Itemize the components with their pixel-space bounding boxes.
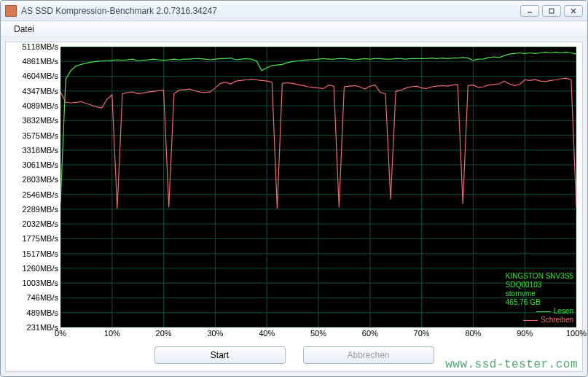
start-button[interactable]: Start (154, 346, 286, 364)
x-tick-label: 10% (104, 329, 120, 338)
x-tick-label: 0% (55, 329, 66, 338)
plot-area: KINGSTON SNV3S5 SDQ00103 stornvme 465,76… (60, 47, 576, 327)
x-tick-label: 70% (414, 329, 430, 338)
x-tick-label: 20% (156, 329, 172, 338)
y-tick-label: 231MB/s (27, 323, 58, 332)
x-tick-label: 90% (517, 329, 533, 338)
y-tick-label: 1517MB/s (22, 249, 58, 258)
menubar: Datei (1, 21, 587, 37)
client-area: KINGSTON SNV3S5 SDQ00103 stornvme 465,76… (5, 42, 583, 372)
app-icon (5, 5, 17, 17)
y-tick-label: 4347MB/s (22, 87, 58, 96)
y-tick-label: 489MB/s (27, 308, 58, 317)
x-tick-label: 50% (310, 329, 326, 338)
cancel-button[interactable]: Abbrechen (303, 346, 434, 364)
minimize-button[interactable] (520, 5, 539, 17)
y-tick-label: 2546MB/s (22, 190, 58, 199)
x-tick-label: 100% (566, 329, 587, 338)
x-tick-label: 60% (362, 329, 378, 338)
y-tick-label: 3061MB/s (22, 160, 58, 169)
y-tick-label: 4604MB/s (22, 71, 58, 80)
x-tick-label: 30% (207, 329, 223, 338)
y-tick-label: 2289MB/s (22, 205, 58, 214)
close-button[interactable] (564, 5, 583, 17)
y-tick-label: 746MB/s (27, 293, 58, 302)
y-tick-label: 1260MB/s (22, 264, 58, 273)
app-window: AS SSD Kompression-Benchmark 2.0.7316.34… (0, 0, 588, 377)
svg-rect-1 (549, 9, 554, 13)
y-tick-label: 2803MB/s (22, 175, 58, 184)
y-tick-label: 1003MB/s (22, 279, 58, 287)
x-tick-label: 80% (465, 329, 481, 338)
y-tick-label: 2032MB/s (22, 219, 58, 228)
y-tick-label: 4861MB/s (22, 57, 58, 66)
maximize-button[interactable] (542, 5, 561, 17)
window-title: AS SSD Kompression-Benchmark 2.0.7316.34… (21, 6, 520, 16)
y-tick-label: 3575MB/s (22, 131, 58, 140)
y-tick-label: 3318MB/s (22, 146, 58, 155)
y-tick-label: 3832MB/s (22, 116, 58, 125)
chart: KINGSTON SNV3S5 SDQ00103 stornvme 465,76… (6, 42, 582, 371)
y-tick-label: 5118MB/s (22, 42, 58, 51)
y-tick-label: 1775MB/s (22, 234, 58, 243)
menu-file[interactable]: Datei (8, 23, 40, 36)
y-tick-label: 4089MB/s (22, 101, 58, 110)
x-tick-label: 40% (259, 329, 275, 338)
button-bar: Start Abbrechen (6, 346, 582, 364)
titlebar[interactable]: AS SSD Kompression-Benchmark 2.0.7316.34… (1, 1, 587, 21)
